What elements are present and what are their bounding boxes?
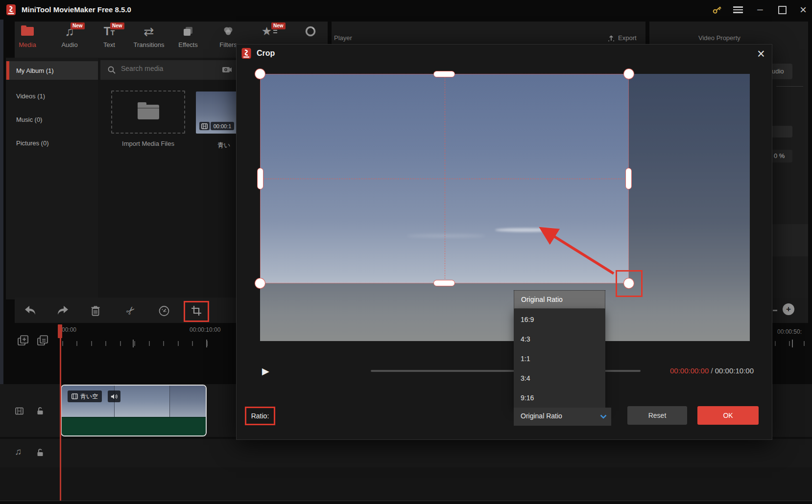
empty-track-row [0,467,812,501]
ruler-major-tick [133,340,134,347]
music-track-row [0,439,812,467]
crop-handle-top-right[interactable] [623,69,634,79]
split-button[interactable]: ✂ [122,302,139,320]
motion-circle-icon [305,23,316,40]
new-badge: New [71,23,85,29]
reset-button[interactable]: Reset [627,406,687,425]
export-button[interactable]: Export [618,34,637,42]
key-icon[interactable] [710,0,724,20]
scissors-icon: ✂ [123,303,138,318]
ruler-ticks [62,341,210,346]
redo-icon [56,305,69,316]
play-button[interactable]: ▶ [262,366,269,377]
zoom-out-icon[interactable] [773,310,777,311]
search-input[interactable] [120,64,220,73]
ratio-label-text: Ratio: [251,412,269,420]
ratio-option-3-4[interactable]: 3:4 [514,368,605,388]
timeline-clip[interactable]: 青い空 [61,385,207,436]
effects-icon [182,23,194,40]
dialog-close-button[interactable]: × [754,46,768,61]
time-separator: / [709,367,715,375]
menu-icon[interactable] [731,0,745,20]
speed-button[interactable] [156,302,172,320]
clip-thumbnail [169,386,206,417]
crop-handle-top-left[interactable] [255,69,265,79]
minimize-button[interactable]: ─ [753,0,767,20]
tab-text[interactable]: TT Text New [92,23,127,56]
speed-icon [158,304,170,317]
ratio-option-original[interactable]: Original Ratio [514,290,605,309]
media-folder-icon [21,23,34,40]
ok-button[interactable]: OK [697,406,759,425]
camera-icon[interactable] [222,66,232,73]
video-track-icon [15,407,24,415]
tab-transitions[interactable]: ⇄ Transitions [131,23,167,56]
tab-text-label: Text [103,41,115,48]
reset-button-label: Reset [648,412,667,419]
ratio-option-4-3[interactable]: 4:3 [514,329,605,349]
tab-filters-label: Filters [219,41,237,48]
crop-handle-right[interactable] [625,168,632,189]
sidebar-item-label: My Album (1) [16,67,54,74]
ratio-option-9-16[interactable]: 9:16 [514,388,605,408]
sidebar-item-label: Videos (1) [16,92,45,100]
undo-button[interactable] [22,302,39,320]
ruler-major-tick [792,340,793,347]
ruler-label-end: 00:00:50: [777,328,802,335]
crop-handle-top[interactable] [433,71,455,77]
crop-handle-left[interactable] [257,168,263,189]
delete-button[interactable] [87,302,104,320]
zoom-in-button[interactable]: + [783,303,794,315]
import-media-dropzone[interactable] [111,91,185,134]
option-label: 9:16 [521,394,534,402]
option-label: 1:1 [521,355,530,363]
maximize-icon [778,6,787,14]
crop-guide-vertical [445,74,445,284]
option-label: 4:3 [521,335,530,343]
sidebar-item-music[interactable]: Music (0) [6,110,98,129]
ratio-option-16-9[interactable]: 16:9 [514,310,605,329]
current-time: 00:00:00:00 [670,367,709,375]
ratio-select-value: Original Ratio [521,412,562,420]
crop-handle-bottom[interactable] [433,280,455,286]
ratio-label: Ratio: [245,407,275,425]
annotation-box-handle [616,270,643,297]
clip-duration-badge: 00:00:1 [211,122,234,130]
playhead-handle[interactable] [58,324,62,338]
tab-audio[interactable]: ♫ Audio New [52,23,87,56]
tab-effects[interactable]: Effects [170,23,206,56]
music-track-lock-icon[interactable] [37,448,44,457]
tab-media-label: Media [19,41,36,48]
play-icon: ▶ [262,366,269,376]
ruler-ticks [775,341,812,346]
speaker-icon[interactable] [108,390,120,402]
tab-audio-label: Audio [61,41,77,48]
percent-value: 0 % [774,152,785,160]
sidebar-item-pictures[interactable]: Pictures (0) [6,134,98,152]
crop-handle-bottom-left[interactable] [255,278,265,289]
redo-button[interactable] [54,302,71,320]
new-badge: New [271,23,286,29]
tab-media[interactable]: Media [10,23,45,56]
media-thumbnail-label: 青い [217,141,230,150]
close-button[interactable]: × [795,0,811,20]
import-media-label: Import Media Files [111,140,185,147]
minimize-icon: ─ [757,5,763,14]
maximize-button[interactable] [775,0,789,20]
ratio-option-1-1[interactable]: 1:1 [514,349,605,368]
close-icon: × [757,46,765,62]
add-clip-button[interactable] [17,335,29,346]
sidebar-item-my-album[interactable]: My Album (1) [6,61,98,80]
search-icon [107,66,116,74]
sidebar-item-label: Pictures (0) [16,139,48,147]
undo-icon [24,305,37,316]
crop-dialog: Crop × [236,44,772,440]
video-track-lock-icon[interactable] [37,407,44,415]
playhead[interactable] [60,324,61,501]
sidebar-item-videos[interactable]: Videos (1) [6,87,98,105]
manage-track-button[interactable] [37,335,48,346]
crop-preview-image [260,74,750,341]
divider [776,86,803,87]
ratio-select[interactable]: Original Ratio [514,408,611,426]
folder-icon [138,105,159,119]
